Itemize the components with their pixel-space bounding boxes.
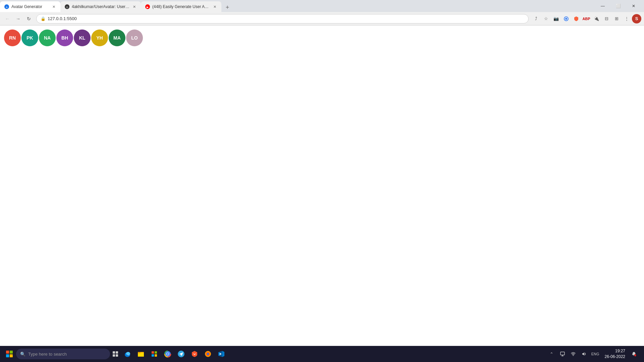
back-button[interactable]: ← xyxy=(3,14,12,23)
taskbar: 🔍 Type here to search xyxy=(0,346,644,362)
svg-rect-9 xyxy=(116,351,118,354)
clock-date: 26-06-2022 xyxy=(605,354,625,360)
taskbar-search[interactable]: 🔍 Type here to search xyxy=(16,349,110,359)
address-bar[interactable]: 🔒 127.0.0.1:5500 xyxy=(36,14,529,23)
search-placeholder: Type here to search xyxy=(28,352,67,357)
page-content: RNPKNABHKLYHMALO xyxy=(0,25,644,346)
svg-text:A: A xyxy=(6,6,8,9)
svg-rect-21 xyxy=(155,354,157,357)
taskbar-firefox[interactable] xyxy=(201,347,215,361)
avatar-lo: LO xyxy=(126,29,143,46)
taskbar-brave[interactable] xyxy=(188,347,201,361)
search-icon: 🔍 xyxy=(20,352,25,357)
screenshot-icon[interactable]: 📷 xyxy=(551,14,561,23)
bookmark-icon[interactable]: ☆ xyxy=(541,14,551,23)
tab-favicon-1: A xyxy=(4,4,9,9)
tab-youtube[interactable]: ▶ (448) Easily Generate User Avata... ✕ xyxy=(141,1,221,12)
tab-close-1[interactable]: ✕ xyxy=(51,4,56,9)
abp-icon[interactable]: ABP xyxy=(582,14,591,23)
taskbar-edge[interactable] xyxy=(121,347,134,361)
brave-shield-icon[interactable] xyxy=(572,14,581,23)
new-tab-button[interactable]: + xyxy=(223,3,232,12)
svg-point-31 xyxy=(207,353,209,355)
minimize-button[interactable]: — xyxy=(595,1,610,11)
avatar-yh: YH xyxy=(91,29,108,46)
svg-rect-11 xyxy=(116,354,118,357)
svg-rect-20 xyxy=(152,354,154,357)
svg-text:▶: ▶ xyxy=(147,6,149,9)
language-indicator[interactable]: ENG xyxy=(590,349,601,359)
tab-close-3[interactable]: ✕ xyxy=(212,4,217,9)
svg-point-27 xyxy=(167,353,169,355)
tab-favicon-3: ▶ xyxy=(145,4,150,9)
wifi-icon[interactable] xyxy=(569,349,578,359)
split-icon[interactable]: ⊞ xyxy=(612,14,621,23)
tab-title-2: 4akhilkumar/UserAvatar: User Av... xyxy=(72,4,129,9)
close-button[interactable]: ✕ xyxy=(626,1,641,11)
tab-avatar-generator[interactable]: A Avatar Generator ✕ xyxy=(0,1,60,12)
extension-icon[interactable]: 🔌 xyxy=(592,14,601,23)
volume-icon[interactable] xyxy=(579,349,589,359)
share-icon[interactable]: ⤴ xyxy=(531,14,541,23)
svg-rect-18 xyxy=(152,351,154,354)
taskbar-store[interactable] xyxy=(148,347,161,361)
svg-point-7 xyxy=(565,18,567,20)
avatar-bh: BH xyxy=(56,29,73,46)
address-text: 127.0.0.1:5500 xyxy=(48,16,524,21)
tab-close-2[interactable]: ✕ xyxy=(131,4,137,9)
svg-rect-10 xyxy=(113,354,115,357)
sidebar-icon[interactable]: ⊟ xyxy=(602,14,611,23)
svg-rect-19 xyxy=(155,351,157,354)
clock-time: 19:27 xyxy=(615,348,625,354)
avatar-rn: RN xyxy=(4,29,21,46)
taskbar-file-explorer[interactable] xyxy=(134,347,148,361)
task-view-button[interactable] xyxy=(110,349,121,359)
refresh-icon[interactable] xyxy=(561,14,571,23)
avatar-kl: KL xyxy=(74,29,91,46)
svg-text:G: G xyxy=(66,6,68,9)
svg-point-14 xyxy=(127,354,129,356)
taskbar-telegram[interactable] xyxy=(174,347,188,361)
svg-rect-16 xyxy=(138,353,144,357)
reload-button[interactable]: ↻ xyxy=(24,14,34,23)
chevron-up-icon[interactable]: ⌃ xyxy=(547,349,556,359)
avatar-container: RNPKNABHKLYHMALO xyxy=(0,25,644,50)
forward-button[interactable]: → xyxy=(13,14,23,23)
tab-github[interactable]: G 4akhilkumar/UserAvatar: User Av... ✕ xyxy=(60,1,141,12)
avatar-pk: PK xyxy=(21,29,38,46)
windows-icon xyxy=(6,351,13,357)
tab-favicon-2: G xyxy=(64,4,70,9)
avatar-na: NA xyxy=(39,29,56,46)
notifications-icon[interactable]: 2 xyxy=(629,349,639,359)
system-clock[interactable]: 19:27 26-06-2022 xyxy=(602,348,628,360)
tab-title-1: Avatar Generator xyxy=(11,4,49,9)
start-button[interactable] xyxy=(3,347,16,361)
tab-title-3: (448) Easily Generate User Avata... xyxy=(152,4,210,9)
svg-rect-8 xyxy=(113,351,115,354)
display-icon[interactable] xyxy=(558,349,567,359)
profile-button[interactable]: S xyxy=(632,14,641,23)
taskbar-chrome[interactable] xyxy=(161,347,174,361)
svg-point-35 xyxy=(573,355,574,356)
svg-rect-32 xyxy=(560,352,565,355)
avatar-ma: MA xyxy=(109,29,125,46)
maximize-button[interactable]: ⬜ xyxy=(610,1,626,11)
taskbar-vscode[interactable] xyxy=(215,347,228,361)
lock-icon: 🔒 xyxy=(41,16,46,21)
more-icon[interactable]: ⋮ xyxy=(622,14,631,23)
svg-rect-17 xyxy=(138,352,141,353)
